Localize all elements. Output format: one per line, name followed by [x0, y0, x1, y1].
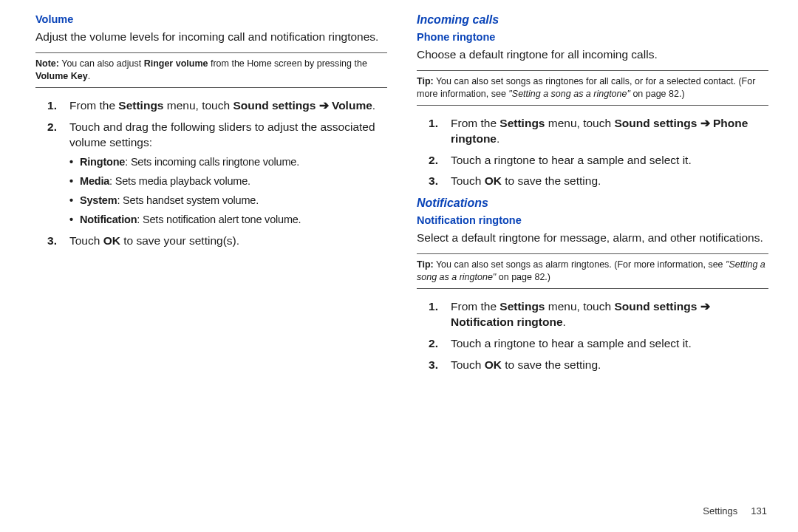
bullet-item: Media: Sets media playback volume.: [35, 174, 387, 190]
step-item: From the Settings menu, touch Sound sett…: [417, 116, 768, 147]
step-item: Touch a ringtone to hear a sample and se…: [417, 153, 768, 168]
step-text: From the: [451, 300, 499, 313]
step-bold: Sound settings: [233, 99, 318, 112]
note-bold-1: Ringer volume: [144, 58, 208, 69]
arrow-icon: ➔: [319, 99, 329, 112]
tip-label: Tip:: [417, 76, 434, 86]
step-item: Touch a ringtone to hear a sample and se…: [417, 336, 768, 352]
note-text-2: from the Home screen by pressing the: [208, 58, 366, 69]
left-column: Volume Adjust the volume levels for inco…: [35, 13, 402, 502]
step-text: to save your setting(s).: [120, 234, 239, 247]
step-item: From the Settings menu, touch Sound sett…: [35, 98, 387, 114]
tip-text: on page 82.): [496, 272, 550, 282]
tip-callout-2: Tip: You can also set songs as alarm rin…: [417, 253, 768, 289]
heading-notification-ringtone: Notification ringtone: [417, 214, 768, 226]
bullet-item: Notification: Sets notification alert to…: [35, 212, 387, 228]
step-text: Touch and drag the following sliders to …: [69, 120, 375, 149]
step-bold: Sound settings: [614, 300, 700, 313]
bullet-bold: Media: [80, 175, 109, 187]
bullet-text: : Sets media playback volume.: [109, 175, 250, 187]
tip-text: on page 82.): [630, 89, 685, 99]
right-column: Incoming calls Phone ringtone Choose a d…: [402, 13, 768, 502]
step-item: From the Settings menu, touch Sound sett…: [417, 299, 768, 330]
step-text: Touch: [69, 234, 103, 247]
heading-phone-ringtone: Phone ringtone: [417, 31, 768, 43]
step-text: .: [372, 99, 375, 112]
step-text: menu, touch: [545, 117, 614, 129]
page-footer: Settings131: [0, 502, 798, 516]
bullet-bold: Notification: [80, 214, 137, 225]
note-callout: Note: You can also adjust Ringer volume …: [35, 52, 387, 88]
step-bold: OK: [103, 234, 120, 247]
step-item: Touch OK to save your setting(s).: [35, 233, 387, 249]
step-item: Touch and drag the following sliders to …: [35, 120, 387, 228]
phone-ringtone-intro: Choose a default ringtone for all incomi…: [417, 47, 768, 63]
volume-bullets: Ringtone: Sets incoming calls ringtone v…: [35, 154, 387, 228]
tip-label: Tip:: [417, 259, 434, 270]
note-text-1: You can also adjust: [59, 58, 144, 69]
step-text: Touch: [451, 174, 485, 187]
bullet-text: : Sets notification alert tone volume.: [137, 214, 301, 225]
footer-section: Settings: [703, 505, 737, 516]
bullet-text: : Sets incoming calls ringtone volume.: [125, 156, 299, 168]
step-text: menu, touch: [545, 300, 614, 313]
step-text: to save the setting.: [502, 174, 601, 187]
step-text: to save the setting.: [502, 358, 601, 371]
step-bold: Settings: [499, 300, 545, 313]
step-text: Touch: [451, 358, 485, 371]
step-bold: Volume: [329, 99, 372, 112]
step-bold: OK: [485, 358, 502, 371]
step-text: Touch a ringtone to hear a sample and se…: [451, 154, 692, 166]
note-bold-2: Volume Key: [35, 71, 88, 81]
phone-ringtone-steps: From the Settings menu, touch Sound sett…: [417, 116, 768, 190]
volume-steps: From the Settings menu, touch Sound sett…: [35, 98, 387, 250]
step-bold: Sound settings: [614, 117, 700, 129]
bullet-item: Ringtone: Sets incoming calls ringtone v…: [35, 154, 387, 171]
tip-text: You can also set songs as alarm ringtone…: [434, 259, 726, 270]
arrow-icon: ➔: [700, 117, 710, 129]
bullet-bold: Ringtone: [80, 156, 125, 168]
step-text: Touch a ringtone to hear a sample and se…: [451, 337, 692, 349]
step-bold: Notification ringtone: [451, 316, 563, 328]
step-bold: Settings: [118, 99, 163, 112]
step-item: Touch OK to save the setting.: [417, 358, 768, 373]
footer-page-number: 131: [751, 505, 767, 516]
step-text: menu, touch: [163, 99, 233, 112]
step-text: .: [497, 132, 499, 145]
heading-notifications: Notifications: [417, 197, 768, 210]
note-label: Note:: [35, 58, 59, 69]
tip-callout-1: Tip: You can also set songs as ringtones…: [417, 70, 768, 106]
notification-ringtone-steps: From the Settings menu, touch Sound sett…: [417, 299, 768, 373]
note-text-3: .: [88, 71, 90, 81]
step-text: .: [563, 316, 566, 328]
step-text: From the: [451, 117, 499, 129]
heading-incoming-calls: Incoming calls: [417, 13, 768, 27]
notification-ringtone-intro: Select a default ringtone for message, a…: [417, 231, 768, 246]
heading-volume: Volume: [35, 13, 387, 25]
page-content: Volume Adjust the volume levels for inco…: [0, 0, 798, 502]
bullet-item: System: Sets handset system volume.: [35, 193, 387, 209]
bullet-text: : Sets handset system volume.: [117, 194, 259, 206]
step-text: From the: [69, 99, 118, 112]
step-bold: Settings: [499, 117, 545, 129]
step-bold: OK: [485, 174, 502, 187]
tip-italic-ref: "Setting a song as a ringtone": [508, 89, 630, 99]
volume-intro: Adjust the volume levels for incoming ca…: [35, 30, 387, 45]
arrow-icon: ➔: [700, 300, 710, 313]
step-item: Touch OK to save the setting.: [417, 174, 768, 189]
bullet-bold: System: [80, 194, 117, 206]
